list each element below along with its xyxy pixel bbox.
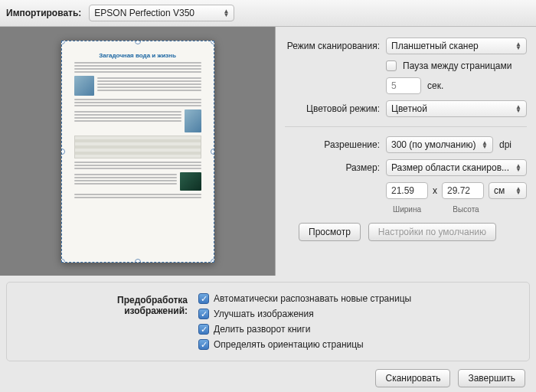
resolution-label: Разрешение: bbox=[285, 139, 380, 150]
crop-handle[interactable] bbox=[61, 259, 65, 263]
preview-pane: Загадочная вода и жизнь bbox=[0, 27, 276, 276]
scanner-value: EPSON Perfection V350 bbox=[94, 8, 194, 18]
unit-select[interactable]: см ▲▼ bbox=[489, 182, 527, 199]
scan-mode-select[interactable]: Планшетный сканер ▲▼ bbox=[386, 38, 527, 54]
crop-handle[interactable] bbox=[211, 41, 214, 44]
updown-icon: ▲▼ bbox=[515, 105, 521, 113]
height-input[interactable]: 29.72 bbox=[442, 182, 484, 199]
checkbox[interactable]: ✓ bbox=[198, 339, 209, 350]
updown-icon: ▲▼ bbox=[515, 42, 521, 50]
height-caption: Высота bbox=[445, 205, 487, 214]
crop-handle[interactable] bbox=[61, 41, 65, 44]
pause-unit: сек. bbox=[427, 80, 443, 91]
doc-thumb bbox=[180, 172, 201, 191]
preview-button[interactable]: Просмотр bbox=[299, 223, 361, 241]
width-input[interactable]: 21.59 bbox=[386, 182, 428, 199]
settings-pane: Режим сканирования: Планшетный сканер ▲▼… bbox=[276, 27, 536, 276]
checkbox[interactable]: ✓ bbox=[198, 309, 209, 319]
pause-label: Пауза между страницами bbox=[403, 60, 512, 71]
defaults-button[interactable]: Настройки по умолчанию bbox=[368, 223, 496, 241]
scan-preview[interactable]: Загадочная вода и жизнь bbox=[61, 41, 214, 263]
checkbox[interactable]: ✓ bbox=[198, 293, 209, 304]
size-label: Размер: bbox=[285, 162, 380, 173]
option-label: Делить разворот книги bbox=[214, 324, 310, 335]
color-mode-select[interactable]: Цветной ▲▼ bbox=[386, 100, 527, 117]
doc-title: Загадочная вода и жизнь bbox=[74, 52, 201, 59]
updown-icon: ▲▼ bbox=[515, 187, 521, 194]
import-label: Импортировать: bbox=[6, 8, 81, 18]
scan-mode-label: Режим сканирования: bbox=[285, 41, 380, 51]
preprocess-option: ✓Автоматически распознавать новые страни… bbox=[198, 293, 411, 304]
crop-handle[interactable] bbox=[61, 149, 65, 155]
pause-seconds-input[interactable]: 5 bbox=[386, 77, 421, 94]
top-toolbar: Импортировать: EPSON Perfection V350 ▲▼ bbox=[0, 0, 536, 27]
option-label: Улучшать изображения bbox=[214, 309, 314, 319]
crop-handle[interactable] bbox=[135, 259, 141, 263]
size-select[interactable]: Размер области сканиров... ▲▼ bbox=[386, 159, 527, 176]
crop-handle[interactable] bbox=[211, 259, 214, 263]
resolution-unit: dpi bbox=[499, 139, 511, 150]
footer: Сканировать Завершить bbox=[0, 361, 536, 387]
doc-thumb bbox=[74, 76, 94, 96]
scan-button[interactable]: Сканировать bbox=[375, 369, 450, 387]
doc-thumb bbox=[185, 109, 201, 132]
checkbox[interactable]: ✓ bbox=[198, 324, 209, 335]
resolution-select[interactable]: 300 (по умолчанию) ▲▼ bbox=[386, 136, 493, 153]
updown-icon: ▲▼ bbox=[223, 9, 229, 17]
crop-handle[interactable] bbox=[135, 41, 141, 44]
scanner-select[interactable]: EPSON Perfection V350 ▲▼ bbox=[89, 5, 234, 21]
preprocess-option: ✓Делить разворот книги bbox=[198, 324, 411, 335]
doc-table bbox=[74, 136, 201, 158]
preprocess-label: Предобработкаизображений: bbox=[19, 293, 188, 350]
width-caption: Ширина bbox=[386, 205, 428, 214]
option-label: Автоматически распознавать новые страниц… bbox=[214, 293, 411, 304]
crop-handle[interactable] bbox=[211, 149, 214, 155]
times-label: x bbox=[433, 185, 437, 196]
updown-icon: ▲▼ bbox=[515, 164, 521, 172]
preprocess-option: ✓Определять ориентацию страницы bbox=[198, 339, 411, 350]
color-mode-label: Цветовой режим: bbox=[285, 103, 380, 114]
preprocess-option: ✓Улучшать изображения bbox=[198, 309, 411, 319]
preprocess-panel: Предобработкаизображений: ✓Автоматически… bbox=[6, 282, 530, 361]
updown-icon: ▲▼ bbox=[482, 141, 488, 149]
finish-button[interactable]: Завершить bbox=[458, 369, 525, 387]
option-label: Определять ориентацию страницы bbox=[214, 339, 364, 350]
pause-checkbox[interactable] bbox=[386, 60, 397, 71]
